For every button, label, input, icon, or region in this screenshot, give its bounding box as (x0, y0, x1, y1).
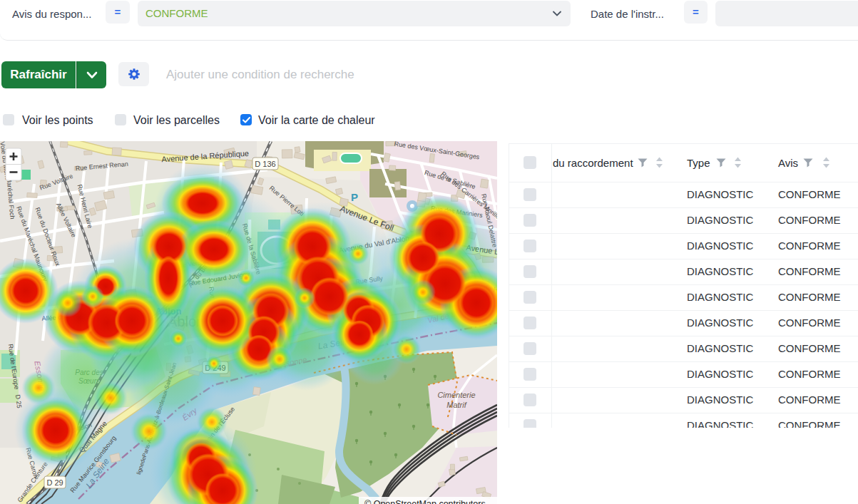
svg-text:© OpenStreetMap contributors: © OpenStreetMap contributors (364, 499, 486, 504)
svg-text:Matrif: Matrif (446, 401, 466, 409)
svg-text:P: P (351, 191, 358, 203)
svg-text:D 136: D 136 (255, 160, 275, 168)
svg-text:Cimenterie: Cimenterie (437, 391, 475, 399)
svg-text:D 29: D 29 (46, 478, 63, 487)
